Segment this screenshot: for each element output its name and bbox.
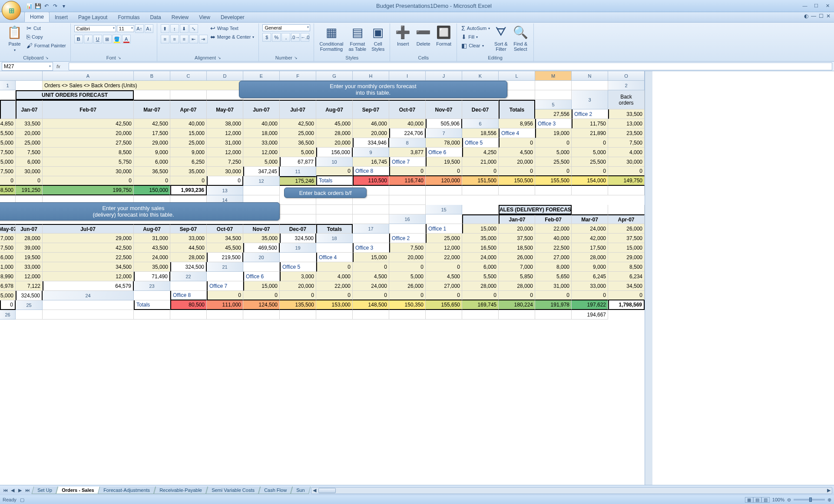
- name-box[interactable]: M27▾: [2, 62, 53, 71]
- cell-sale-1-0[interactable]: 25,000: [426, 234, 462, 243]
- cell-office-5[interactable]: Office 6: [426, 148, 462, 157]
- cell-order-5-1[interactable]: 4,500: [499, 148, 535, 157]
- cell-sale-5-1[interactable]: 4,000: [316, 272, 353, 281]
- cell-month-8[interactable]: Sep-07: [353, 100, 389, 119]
- cell-order-1-0[interactable]: 33,500: [608, 109, 645, 119]
- cell[interactable]: [499, 186, 535, 195]
- cell-sale-2-6[interactable]: 15,000: [608, 243, 645, 253]
- cell-B3[interactable]: [0, 100, 16, 119]
- cell-sale-0-6[interactable]: 28,000: [16, 234, 43, 243]
- orientation-button[interactable]: ⤡: [189, 24, 198, 33]
- cell-order-3-8[interactable]: 31,000: [207, 138, 243, 148]
- cell-order-7-9[interactable]: 0: [43, 176, 134, 186]
- cell-backorder-4[interactable]: 78,000: [426, 138, 462, 148]
- cell-stotals-hdr[interactable]: Totals: [316, 224, 353, 234]
- cell-sale-4-1[interactable]: 0: [353, 262, 389, 272]
- cell-sale-0-10[interactable]: 34,500: [207, 234, 243, 243]
- cell-sale-4-3[interactable]: 0: [426, 262, 462, 272]
- office-button[interactable]: ⊞: [2, 1, 21, 20]
- cell[interactable]: [389, 205, 426, 214]
- cell-order-3-1[interactable]: 21,890: [572, 128, 608, 138]
- cell-sale-2-4[interactable]: 22,500: [535, 243, 572, 253]
- cell-order-2-9[interactable]: 25,000: [280, 128, 316, 138]
- cell-order-2-12[interactable]: 224,706: [389, 128, 426, 138]
- cell-A22[interactable]: [207, 272, 243, 281]
- tab-home[interactable]: Home: [24, 12, 50, 22]
- row-header-1[interactable]: 1: [0, 81, 16, 90]
- cell-sale-6-12[interactable]: 324,500: [16, 291, 43, 300]
- cell-backorder-total[interactable]: 175,246: [280, 176, 316, 186]
- left-align-button[interactable]: ≡: [161, 35, 169, 43]
- col-header-K[interactable]: K: [462, 71, 499, 81]
- cell-order-4-1[interactable]: 0: [535, 138, 572, 148]
- cell-sale-0-4[interactable]: 26,000: [608, 224, 645, 234]
- row-header-23[interactable]: 23: [134, 281, 170, 291]
- top-align-button[interactable]: ⬆: [161, 24, 169, 33]
- cell-order-6-0[interactable]: 19,500: [426, 157, 462, 167]
- cell-orders-total-1[interactable]: 116,740: [389, 176, 426, 186]
- cell-sales-total-1[interactable]: 111,000: [207, 300, 243, 310]
- cell-sale-6-0[interactable]: 15,000: [243, 281, 280, 291]
- format-as-table-button[interactable]: ▤Format as Table: [347, 24, 368, 53]
- cell-sale-7-3[interactable]: 0: [316, 291, 353, 300]
- cell-order-4-8[interactable]: 9,000: [170, 148, 207, 157]
- cell-month-7[interactable]: Aug-07: [316, 100, 353, 119]
- cell-orders-total-5[interactable]: 155,500: [535, 176, 572, 186]
- cell-month-0[interactable]: Jan-07: [16, 100, 43, 119]
- delete-cells-button[interactable]: ➖Delete: [414, 24, 433, 47]
- autosum-button[interactable]: ΣAutoSum▾: [460, 24, 491, 32]
- cell-sale-2-5[interactable]: 17,500: [572, 243, 608, 253]
- cell[interactable]: [572, 186, 608, 195]
- cell-sale-0-11[interactable]: 35,000: [243, 234, 280, 243]
- cell-sale-5-0[interactable]: 3,000: [280, 272, 316, 281]
- tab-prev-icon[interactable]: ◀: [9, 488, 16, 493]
- row-header-10[interactable]: 10: [316, 157, 353, 167]
- cell-smonth-9[interactable]: Oct-07: [207, 224, 243, 234]
- cell-A2[interactable]: [0, 90, 16, 100]
- merge-center-button[interactable]: ⬌Merge & Center▾: [209, 33, 255, 41]
- sort-filter-button[interactable]: ᗊSort & Filter: [493, 24, 510, 53]
- col-header-B[interactable]: B: [134, 71, 170, 81]
- cell-sale-3-2[interactable]: 22,000: [426, 253, 462, 262]
- help-icon[interactable]: ◐: [804, 13, 808, 19]
- cell-soffice-2[interactable]: Office 3: [353, 243, 389, 253]
- cell-sale-4-5[interactable]: 7,000: [499, 262, 535, 272]
- cell-month-6[interactable]: Jul-07: [280, 100, 316, 119]
- cell-sales-total-7[interactable]: 155,650: [426, 300, 462, 310]
- col-header-F[interactable]: F: [280, 71, 316, 81]
- cell-sale-3-5[interactable]: 27,000: [535, 253, 572, 262]
- cell-order-5-0[interactable]: 4,250: [462, 148, 499, 157]
- cell-soffice-1[interactable]: Office 2: [389, 234, 426, 243]
- cell-sale-5-3[interactable]: 5,000: [389, 272, 426, 281]
- cell-B2[interactable]: UNIT ORDERS FORECAST: [16, 90, 134, 100]
- cell-smonth-0[interactable]: Jan-07: [499, 214, 535, 224]
- cell-order-6-11[interactable]: 30,000: [207, 167, 243, 176]
- maximize-button[interactable]: ☐: [811, 3, 821, 9]
- cell-sale-5-10[interactable]: 6,978: [0, 281, 16, 291]
- cell-orders-total-3[interactable]: 151,500: [462, 176, 499, 186]
- cell-order-4-0[interactable]: 0: [499, 138, 535, 148]
- cell-sale-4-11[interactable]: 12,000: [43, 272, 134, 281]
- col-header-J[interactable]: J: [426, 71, 462, 81]
- cell-office-2[interactable]: Office 3: [535, 119, 572, 128]
- cell-sale-5-4[interactable]: 4,500: [426, 272, 462, 281]
- cell-order-1-5[interactable]: 40,000: [170, 119, 207, 128]
- cell-sale-0-9[interactable]: 33,000: [170, 234, 207, 243]
- cell-sale-7-8[interactable]: 0: [499, 291, 535, 300]
- cell-sales-hdr[interactable]: SALES (DELIVERY) FORECAST: [499, 205, 572, 214]
- cell-A19[interactable]: [316, 243, 353, 253]
- cell-order-1-11[interactable]: 40,000: [389, 119, 426, 128]
- cell[interactable]: [170, 90, 207, 100]
- cell-sale-3-9[interactable]: 33,000: [16, 262, 43, 272]
- cell-sale-2-9[interactable]: 22,500: [43, 253, 134, 262]
- cell-sale-7-2[interactable]: 0: [280, 291, 316, 300]
- horizontal-scrollbar[interactable]: ◀ ▶: [311, 487, 832, 494]
- cell-sale-1-2[interactable]: 37,500: [499, 234, 535, 243]
- sheet-tab-forecast-adjustments[interactable]: Forecast-Adjustments: [98, 487, 156, 494]
- cell-sale-5-2[interactable]: 4,500: [353, 272, 389, 281]
- cell-order-4-6[interactable]: 8,500: [43, 148, 134, 157]
- cell-orders-totals-label[interactable]: Totals: [316, 176, 353, 186]
- cell[interactable]: [608, 205, 645, 214]
- cell-backorder-6[interactable]: 16,745: [353, 157, 389, 167]
- cell-sale-4-4[interactable]: 6,000: [462, 262, 499, 272]
